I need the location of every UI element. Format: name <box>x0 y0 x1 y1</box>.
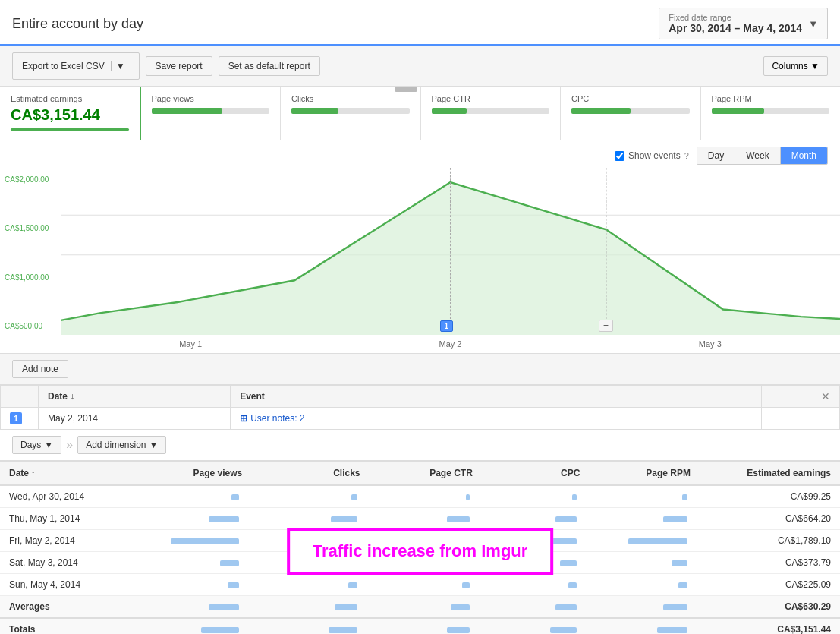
col-header-date[interactable]: Date ↑ <box>0 462 128 486</box>
row-date: Fri, May 2, 2014 <box>0 530 128 552</box>
add-note-bar: Add note <box>0 353 840 385</box>
metric-rpm-label: Page RPM <box>712 94 830 103</box>
metric-cpc-bar <box>571 108 631 114</box>
user-notes-link[interactable]: ⊞ User notes: 2 <box>240 413 752 424</box>
averages-label: Averages <box>0 596 128 619</box>
totals-ctr <box>370 618 482 634</box>
scroll-handle[interactable] <box>395 87 417 92</box>
date-range-box[interactable]: Fixed date range Apr 30, 2014 – May 4, 2… <box>659 8 828 39</box>
row-cpc <box>482 508 589 530</box>
metric-ctr-label: Page CTR <box>432 94 550 103</box>
dimension-bar: Days ▼ » Add dimension ▼ <box>0 430 840 461</box>
metric-estimated-earnings[interactable]: Estimated earnings CA$3,151.44 <box>0 87 141 140</box>
col-header-earnings[interactable]: Estimated earnings <box>700 462 840 486</box>
metric-clicks-bar <box>291 108 338 114</box>
events-col-event: Event <box>231 386 762 408</box>
time-btn-day[interactable]: Day <box>697 147 735 164</box>
plus-icon: ⊞ <box>240 413 247 424</box>
row-pv <box>128 552 251 574</box>
avg-cpc <box>482 596 589 619</box>
metric-earnings-value: CA$3,151.44 <box>11 106 129 124</box>
metric-clicks-label: Clicks <box>291 94 410 103</box>
metric-pv-label: Page views <box>152 94 270 103</box>
x-label-may3: May 3 <box>699 339 722 349</box>
add-note-button[interactable]: Add note <box>12 360 68 378</box>
row-cpc <box>482 485 589 508</box>
row-date: Sat, May 3, 2014 <box>0 552 128 574</box>
event-marker-1: 1 <box>440 320 454 332</box>
time-btn-month[interactable]: Month <box>781 147 827 164</box>
events-row: 1 May 2, 2014 ⊞ User notes: 2 <box>1 408 840 430</box>
events-row-empty <box>762 408 840 430</box>
avg-clicks <box>251 596 369 619</box>
user-notes-text: User notes: 2 <box>250 413 304 424</box>
y-label-1500: CA$1,500.00 <box>5 224 56 232</box>
events-table: Date ↓ Event ✕ 1 May 2, 2014 ⊞ User note… <box>0 385 840 430</box>
row-cpc <box>482 574 589 596</box>
show-events-checkbox[interactable] <box>615 151 624 161</box>
events-sort-arrow: ↓ <box>70 391 74 402</box>
data-table-row: Sun, May 4, 2014 CA$225.09 <box>0 574 840 596</box>
save-report-button[interactable]: Save report <box>146 56 212 76</box>
time-btn-week[interactable]: Week <box>735 147 780 164</box>
add-dim-dropdown-icon: ▼ <box>149 440 159 450</box>
col-header-pv[interactable]: Page views <box>128 462 251 486</box>
chart-inner: CA$2,000.00 CA$1,500.00 CA$1,000.00 CA$5… <box>0 168 840 353</box>
metric-page-views[interactable]: Page views <box>141 87 282 140</box>
event-marker-plus[interactable]: + <box>599 320 613 332</box>
row-date: Sun, May 4, 2014 <box>0 574 128 596</box>
events-col-icon <box>1 386 39 408</box>
show-events-help-icon: ? <box>684 151 689 160</box>
toolbar-left: Export to Excel CSV ▼ Save report Set as… <box>12 52 320 80</box>
row-rpm <box>589 508 700 530</box>
event-plus-icon[interactable]: + <box>599 320 613 332</box>
metric-clicks[interactable]: Clicks <box>281 87 421 140</box>
imgur-overlay: Traffic increase from Imgur <box>287 528 554 575</box>
date-range-value: Apr 30, 2014 – May 4, 2014 <box>669 22 802 34</box>
row-rpm <box>589 552 700 574</box>
averages-row: Averages CA$630.29 <box>0 596 840 619</box>
data-table-wrapper: Date ↑ Page views Clicks Page CTR CPC Pa… <box>0 461 840 634</box>
export-label: Export to Excel CSV <box>22 61 112 71</box>
row-ctr <box>370 574 482 596</box>
col-header-clicks[interactable]: Clicks <box>251 462 369 486</box>
metric-ctr[interactable]: Page CTR <box>421 87 562 140</box>
metric-rpm[interactable]: Page RPM <box>701 87 841 140</box>
col-header-cpc[interactable]: CPC <box>482 462 589 486</box>
events-col-date: Date ↓ <box>39 386 231 408</box>
totals-rpm <box>589 618 700 634</box>
col-header-ctr[interactable]: Page CTR <box>370 462 482 486</box>
y-axis: CA$2,000.00 CA$1,500.00 CA$1,000.00 CA$5… <box>0 168 61 353</box>
days-dropdown[interactable]: Days ▼ <box>12 436 61 454</box>
row-ctr <box>370 485 482 508</box>
metric-cpc-bar-area <box>571 108 690 114</box>
row-clicks <box>251 508 369 530</box>
set-default-button[interactable]: Set as default report <box>219 56 320 76</box>
metric-cpc[interactable]: CPC <box>561 87 701 140</box>
time-buttons: Day Week Month <box>697 147 828 165</box>
metric-pv-bar-area <box>152 108 270 114</box>
imgur-text: Traffic increase from Imgur <box>313 541 528 560</box>
metric-earnings-indicator <box>11 128 129 131</box>
row-pv <box>128 485 251 508</box>
add-dimension-button[interactable]: Add dimension ▼ <box>77 436 166 454</box>
metrics-row: Estimated earnings CA$3,151.44 Page view… <box>0 87 840 140</box>
columns-button[interactable]: Columns ▼ <box>763 56 828 76</box>
export-button[interactable]: Export to Excel CSV ▼ <box>12 52 140 80</box>
sort-arrow-icon: ↑ <box>31 469 35 478</box>
date-range-label: Fixed date range <box>669 13 802 22</box>
row-date: Wed, Apr 30, 2014 <box>0 485 128 508</box>
row-pv <box>128 574 251 596</box>
avg-pv <box>128 596 251 619</box>
events-close-button[interactable]: ✕ <box>821 390 830 402</box>
metric-rpm-bar <box>712 108 765 114</box>
data-table-header-row: Date ↑ Page views Clicks Page CTR CPC Pa… <box>0 462 840 486</box>
dimension-separator: » <box>66 438 73 452</box>
row-clicks <box>251 574 369 596</box>
row-earnings: CA$664.20 <box>700 508 840 530</box>
col-header-rpm[interactable]: Page RPM <box>589 462 700 486</box>
metric-cpc-label: CPC <box>571 94 690 103</box>
row-pv <box>128 530 251 552</box>
show-events-label[interactable]: Show events ? <box>615 150 689 161</box>
days-label: Days <box>20 440 41 450</box>
